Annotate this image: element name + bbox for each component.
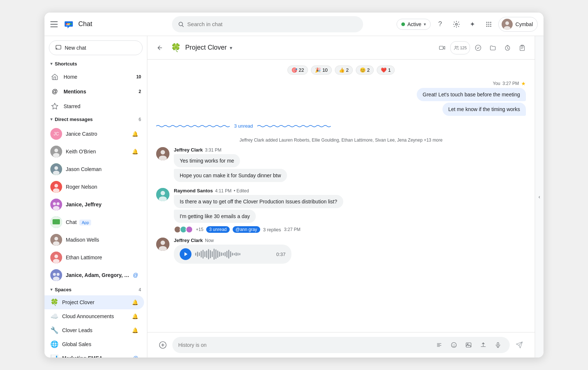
starred-label: Starred (64, 103, 141, 109)
app-title: Chat (78, 20, 92, 28)
janice-jeffrey-avatar (50, 199, 62, 210)
jeffrey-bubble-2: Hope you can make it for Sunday dinner b… (174, 169, 287, 182)
sidebar-item-keith[interactable]: Keith O'Brien 🔔 (44, 143, 144, 160)
sidebar-item-marketing-emea[interactable]: 📊 Marketing EMEA @ (44, 351, 144, 357)
svg-point-30 (53, 202, 56, 205)
group-label: Janice, Adam, Gregory, Jose... (66, 272, 129, 278)
marketing-emea-label: Marketing EMEA (62, 355, 129, 357)
settings-button[interactable] (450, 18, 463, 31)
people-button[interactable]: 125 (450, 41, 470, 54)
add-attachment-button[interactable] (156, 338, 169, 352)
video-call-button[interactable] (435, 41, 449, 54)
thread-unread-count: 3 unread (206, 226, 229, 233)
madison-avatar (50, 234, 62, 246)
sent-meta: You 3:27 PM ★ (493, 81, 526, 86)
system-message: Jeffrey Clark added Lauren Roberts, Elli… (156, 138, 526, 143)
sent-sender: You (493, 81, 500, 86)
svg-point-12 (486, 25, 487, 26)
project-clover-icon: 🍀 (50, 298, 58, 306)
sidebar-item-madison[interactable]: Madison Wells (44, 231, 144, 249)
grid-button[interactable] (482, 18, 495, 31)
waveform (195, 249, 273, 260)
tasks-button[interactable] (472, 41, 485, 54)
mic-icon (495, 342, 501, 348)
sidebar-item-janice-jeffrey[interactable]: Janice, Jeffrey (44, 196, 144, 213)
active-status-button[interactable]: Active ▾ (397, 19, 430, 30)
sidebar-item-global-sales[interactable]: 🌐 Global Sales (44, 337, 144, 351)
clover-leads-label: Clover Leads (62, 327, 128, 333)
sidebar-item-janice[interactable]: JC Janice Castro 🔔 (44, 125, 144, 143)
help-button[interactable]: ? (434, 18, 447, 31)
timer-button[interactable] (501, 41, 514, 54)
thread-row[interactable]: +15 3 unread @ann gray 3 replies 3:27 PM (174, 226, 526, 233)
clipboard-button[interactable] (516, 41, 529, 54)
cymbal-account-button[interactable]: Cymbal (498, 17, 538, 32)
back-button[interactable] (153, 41, 166, 54)
sidebar-item-project-clover[interactable]: 🍀 Project Clover 🔔 (44, 295, 144, 309)
clipboard-icon (519, 45, 526, 51)
jeffrey-clark-meta: Jeffrey Clark 3:31 PM (174, 147, 526, 153)
messages-area[interactable]: 🎯 22 🎉 10 👍 2 😊 2 ❤️ 1 You 3:27 PM ★ Gre… (147, 60, 535, 332)
keith-label: Keith O'Brien (66, 149, 128, 154)
reaction-count-2: 10 (322, 67, 327, 73)
sidebar-item-mentions[interactable]: @ Mentions 2 (44, 84, 147, 99)
wave-bar (228, 250, 229, 259)
svg-point-1 (66, 23, 68, 25)
play-button[interactable] (180, 248, 191, 260)
spaces-section-header[interactable]: ▾ Spaces 4 (44, 284, 147, 295)
sidebar-item-cloud-announcements[interactable]: ☁️ Cloud Announcements 🔔 (44, 309, 144, 323)
format-text-button[interactable] (433, 339, 445, 351)
wave-bar (239, 253, 240, 255)
wave-bar (237, 253, 239, 256)
jeffrey-voice-message-group: Jeffrey Clark Now (156, 238, 526, 264)
mic-button[interactable] (492, 339, 504, 351)
svg-point-22 (53, 153, 60, 157)
search-input[interactable] (187, 21, 358, 27)
reaction-count-5: 1 (388, 67, 391, 73)
sparkle-button[interactable]: ✦ (466, 18, 479, 31)
jeffrey-clark-avatar (156, 147, 169, 160)
shortcuts-label: Shortcuts (55, 61, 77, 67)
reaction-chip-1[interactable]: 🎯 22 (287, 65, 308, 75)
hamburger-menu-button[interactable] (50, 20, 59, 29)
message-input[interactable] (178, 342, 430, 348)
reaction-chip-3[interactable]: 👍 2 (335, 65, 353, 75)
dm-count: 6 (139, 117, 141, 122)
svg-point-31 (57, 202, 60, 205)
input-field-wrap[interactable] (172, 337, 510, 353)
shortcuts-section-header[interactable]: ▾ Shortcuts (44, 58, 147, 70)
user-avatar-img (502, 19, 513, 30)
right-panel-collapse[interactable]: ‹ (535, 36, 544, 357)
sidebar-item-clover-leads[interactable]: 🔧 Clover Leads 🔔 (44, 323, 144, 337)
folder-icon (490, 45, 496, 51)
people-count: 125 (460, 46, 467, 50)
search-input-wrap[interactable] (172, 16, 363, 32)
reaction-chip-2[interactable]: 🎉 10 (311, 65, 331, 75)
global-sales-label: Global Sales (62, 341, 138, 347)
mentions-count: 2 (139, 89, 141, 94)
sidebar-item-jason[interactable]: Jason Coleman (44, 160, 144, 178)
dm-section-header[interactable]: ▾ Direct messages 6 (44, 114, 147, 125)
folder-button[interactable] (486, 41, 499, 54)
reaction-chip-5[interactable]: ❤️ 1 (377, 65, 395, 75)
wave-bar (217, 250, 218, 258)
spaces-count: 4 (139, 287, 141, 292)
chat-title[interactable]: Project Clover ▾ (185, 44, 232, 51)
emoji-button[interactable] (448, 339, 460, 351)
space-icon: 🍀 (171, 43, 181, 53)
sidebar-item-starred[interactable]: Starred (44, 99, 147, 114)
send-button[interactable] (513, 338, 526, 352)
upload-button[interactable] (477, 339, 489, 351)
input-bar (147, 332, 535, 357)
wave-bar (208, 249, 209, 259)
keith-bell-icon: 🔔 (132, 149, 138, 154)
sidebar-item-home[interactable]: Home 10 (44, 70, 147, 84)
sidebar-item-roger[interactable]: Roger Nelson (44, 178, 144, 196)
sidebar-item-ethan[interactable]: Ethan Lattimore (44, 249, 144, 266)
image-button[interactable] (463, 339, 474, 351)
sidebar-item-group[interactable]: Janice, Adam, Gregory, Jose... @ (44, 266, 144, 284)
sidebar-item-chat-app[interactable]: Chat App (44, 213, 144, 231)
reaction-chip-4[interactable]: 😊 2 (356, 65, 374, 75)
svg-point-11 (490, 24, 491, 25)
new-chat-button[interactable]: New chat (49, 40, 143, 55)
